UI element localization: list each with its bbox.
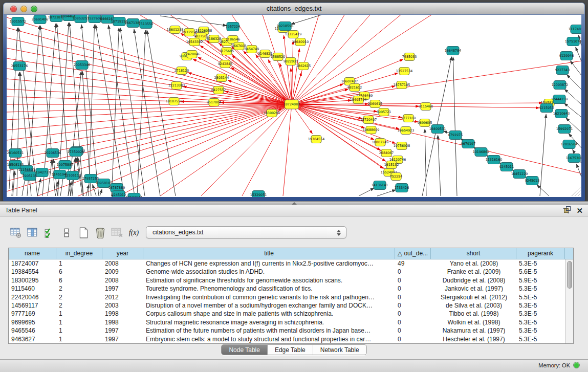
black-edge[interactable]	[93, 184, 96, 196]
table-row[interactable]: 946554611997Estimation of the future num…	[9, 326, 565, 335]
red-edge[interactable]	[7, 28, 292, 104]
graph-node[interactable]: 14136141	[372, 181, 388, 190]
black-edge[interactable]	[96, 25, 124, 196]
red-edge[interactable]	[292, 104, 581, 173]
red-edge[interactable]	[160, 104, 292, 196]
graph-node[interactable]: 15720407	[360, 116, 377, 124]
black-edge[interactable]	[17, 72, 19, 196]
graph-node[interactable]: 752254	[390, 173, 402, 181]
red-edge[interactable]	[292, 89, 348, 104]
graph-node[interactable]: 9245012	[112, 191, 126, 198]
graph-node[interactable]: 8995721	[377, 108, 391, 116]
panel-splitter[interactable]	[0, 201, 588, 205]
graph-node[interactable]: 18103144	[126, 193, 143, 198]
new-column-icon[interactable]	[75, 225, 92, 240]
graph-node[interactable]: 12505113	[64, 171, 81, 180]
graph-node[interactable]: 9242848	[218, 60, 232, 68]
graph-node[interactable]: 6791975	[448, 131, 463, 140]
function-builder-icon[interactable]: f(x)	[125, 225, 142, 240]
graph-node[interactable]: 2718120	[175, 67, 189, 75]
graph-node[interactable]: 15751074	[565, 37, 581, 46]
graph-node[interactable]: 20691406	[32, 15, 49, 24]
black-edge[interactable]	[537, 185, 549, 196]
black-edge[interactable]	[100, 189, 102, 196]
graph-node[interactable]: 2803144	[214, 74, 229, 82]
red-edge[interactable]	[7, 104, 292, 140]
graph-node[interactable]: 13527534	[396, 68, 413, 75]
scrollbar-thumb[interactable]	[567, 261, 572, 289]
graph-node[interactable]: 9699695	[418, 119, 432, 127]
red-edge[interactable]	[292, 103, 542, 104]
graph-node[interactable]: 18640910	[292, 38, 309, 46]
graph-node[interactable]: 9679197	[461, 140, 475, 148]
row-layout-icon[interactable]	[58, 225, 75, 240]
graph-node[interactable]: 17359924	[68, 148, 84, 157]
graph-node[interactable]: 19756928	[394, 142, 410, 150]
table-row[interactable]: 977716911998Corpus callosum shape and si…	[9, 310, 565, 318]
red-edge[interactable]	[7, 104, 292, 181]
table-selector-dropdown[interactable]: citations_edges.txt	[146, 226, 346, 238]
vertical-scrollbar[interactable]	[565, 259, 573, 343]
graph-node[interactable]: 7957224	[226, 23, 240, 31]
graph-node[interactable]: 19015572	[10, 17, 27, 26]
select-columns-icon[interactable]	[41, 225, 58, 240]
red-edge[interactable]	[7, 69, 292, 104]
graph-node[interactable]: 8454749	[245, 46, 259, 53]
column-header-title[interactable]: title	[143, 248, 395, 259]
column-header-pagerank[interactable]: pagerank	[516, 248, 565, 259]
graph-node[interactable]: 16648784	[445, 47, 462, 55]
table-row[interactable]: 1938455462009Genome-wide association stu…	[9, 268, 565, 276]
network-window-titlebar[interactable]: citations_edges.txt	[4, 3, 584, 14]
graph-node[interactable]: 11174855	[569, 25, 581, 34]
graph-node[interactable]: 9777169	[401, 115, 416, 122]
table-mode-icon[interactable]	[7, 225, 24, 240]
graph-node[interactable]: 9129946	[559, 52, 574, 60]
black-edge[interactable]	[576, 164, 581, 177]
black-edge[interactable]	[570, 61, 581, 75]
graph-node[interactable]: 20206536	[45, 149, 61, 158]
black-edge[interactable]	[377, 190, 396, 196]
graph-node[interactable]: 8427552	[211, 86, 226, 94]
column-header-short[interactable]: short	[431, 248, 516, 259]
graph-node[interactable]: 20053346	[74, 61, 91, 70]
black-edge[interactable]	[576, 47, 581, 61]
graph-node[interactable]: 9517004	[207, 99, 221, 106]
graph-node[interactable]: 20553176	[11, 62, 28, 71]
graph-node[interactable]: 5905135	[23, 172, 37, 181]
graph-node[interactable]: 10196862	[473, 148, 490, 157]
graph-node[interactable]: 19384554	[308, 136, 325, 143]
graph-node[interactable]: 10688609	[363, 126, 380, 134]
graph-node[interactable]: 9227343	[555, 66, 570, 75]
black-edge[interactable]	[359, 188, 374, 196]
network-canvas[interactable]: 1872400718601238891295418226058982750916…	[7, 15, 581, 197]
graph-node[interactable]: 15329051	[250, 191, 267, 198]
graph-node[interactable]: 18807249	[372, 139, 389, 146]
column-header-year[interactable]: year	[102, 248, 143, 259]
graph-node[interactable]: 3175685	[220, 48, 234, 55]
graph-node[interactable]: 17016504	[561, 140, 578, 149]
black-edge[interactable]	[567, 75, 581, 90]
graph-node[interactable]: 9245013	[525, 177, 539, 185]
graph-node[interactable]: 1821612	[347, 84, 362, 92]
black-edge[interactable]	[108, 25, 135, 196]
table-row[interactable]: 1830029562008Estimation of significance …	[9, 276, 565, 285]
black-edge[interactable]	[453, 57, 457, 196]
table-row[interactable]: 1872400712008Changes of HCN gene express…	[9, 259, 565, 268]
red-edge[interactable]	[292, 15, 401, 104]
graph-node[interactable]: 7513550	[139, 20, 153, 29]
graph-node[interactable]: 7485033	[402, 53, 417, 61]
table-row[interactable]: 911546021997Tourette syndrome. Phenomeno…	[9, 285, 565, 293]
graph-node[interactable]: 11316160	[486, 156, 503, 164]
graph-node[interactable]: 11675300	[566, 154, 581, 163]
black-edge[interactable]	[13, 171, 15, 196]
graph-node[interactable]: 16409531	[429, 125, 446, 134]
table-row[interactable]: 1456911722003Disruption of a novel membe…	[9, 301, 565, 310]
graph-node[interactable]: 9215953	[539, 104, 554, 113]
black-edge[interactable]	[438, 135, 441, 196]
graph-node[interactable]: 2069615	[368, 100, 382, 108]
graph-node[interactable]: 2684067	[379, 149, 394, 157]
graph-node[interactable]: 1862615	[296, 62, 311, 70]
graph-node[interactable]: 10853257	[73, 15, 90, 23]
table-row[interactable]: 2242004622012Investigating the contribut…	[9, 293, 565, 301]
graph-node[interactable]: 1733426	[395, 184, 409, 192]
